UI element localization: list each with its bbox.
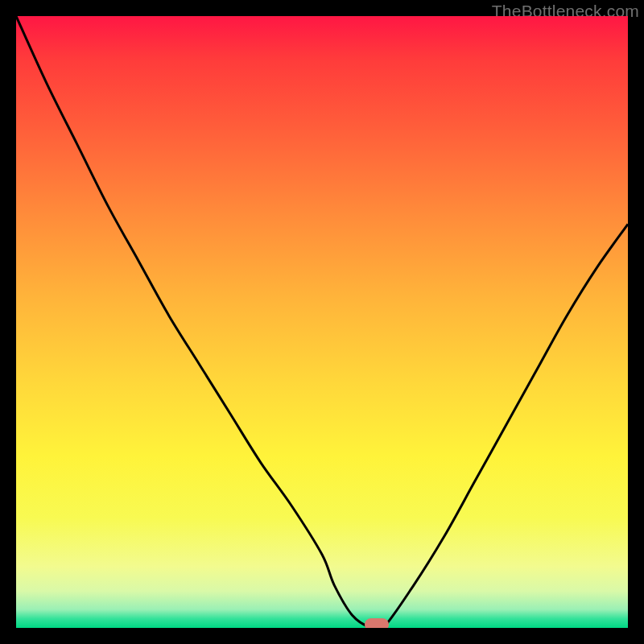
curve-path — [16, 16, 628, 628]
bottleneck-curve — [16, 16, 628, 628]
chart-area — [16, 16, 628, 628]
optimal-point-marker — [365, 618, 389, 628]
outer-frame: TheBottleneck.com — [0, 0, 644, 644]
